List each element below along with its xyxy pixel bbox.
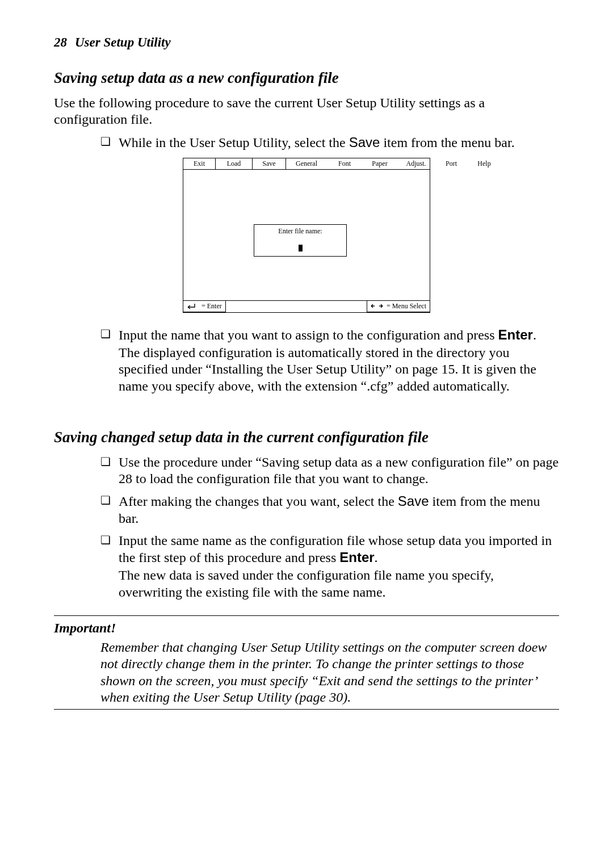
s2-step3-post: . [375, 550, 378, 565]
s2-step2-save: Save [398, 493, 429, 509]
section2-step-1: Use the procedure under “Saving setup da… [100, 454, 559, 488]
menu-item-save[interactable]: Save [252, 158, 286, 169]
text-cursor-icon[interactable] [299, 245, 303, 251]
menu-item-font[interactable]: Font [327, 158, 362, 169]
s2-step2-pre: After making the changes that you want, … [119, 494, 398, 509]
section1-intro: Use the following procedure to save the … [54, 95, 559, 128]
section1-step-2: Input the name that you want to assign t… [100, 326, 559, 395]
menu-bar: Exit Load Save General Font Paper Adjust… [183, 158, 430, 170]
step1-text-post: item from the menu bar. [380, 135, 514, 150]
menu-item-load[interactable]: Load [216, 158, 252, 169]
figure-wrapper: Exit Load Save General Font Paper Adjust… [54, 158, 559, 313]
section2-step-2: After making the changes that you want, … [100, 493, 559, 527]
s2-step3-pre: Input the same name as the configuration… [119, 533, 552, 565]
important-block: Important! Remember that changing User S… [54, 615, 559, 710]
step2-follow: The displayed configuration is automatic… [119, 345, 559, 395]
section-heading-save-current: Saving changed setup data in the current… [54, 429, 559, 446]
menu-item-general[interactable]: General [286, 158, 327, 169]
s2-step3-follow: The new data is saved under the configur… [119, 567, 559, 601]
section1-steps-b: Input the name that you want to assign t… [54, 326, 559, 395]
section1-steps: While in the User Setup Utility, select … [54, 134, 559, 151]
save-dialog: Enter file name: [254, 224, 347, 257]
s2-step3-enter: Enter [339, 550, 374, 565]
important-body: Remember that changing User Setup Utilit… [100, 639, 559, 706]
status-menu-text: = Menu Select [387, 302, 426, 311]
app-window: Exit Load Save General Font Paper Adjust… [183, 158, 430, 313]
page-number: 28 [54, 35, 67, 49]
status-menu-hint: = Menu Select [367, 301, 430, 312]
running-header: 28User Setup Utility [54, 35, 559, 50]
running-title: User Setup Utility [75, 35, 171, 49]
step2-enter-word: Enter [498, 327, 533, 342]
status-enter-text: = Enter [201, 302, 222, 311]
enter-key-icon [187, 303, 198, 309]
document-page: 28User Setup Utility Saving setup data a… [0, 0, 613, 868]
status-enter-hint: = Enter [183, 301, 226, 312]
s2-step1-text: Use the procedure under “Saving setup da… [119, 455, 559, 486]
section2-step-3: Input the same name as the configuration… [100, 532, 559, 601]
section2-steps: Use the procedure under “Saving setup da… [54, 454, 559, 601]
left-right-arrows-icon [371, 303, 383, 309]
step2-text-post: . [533, 328, 536, 342]
section-heading-save-new: Saving setup data as a new configuration… [54, 69, 559, 87]
menu-item-paper[interactable]: Paper [362, 158, 397, 169]
rule-top [54, 615, 559, 616]
menu-item-help[interactable]: Help [468, 158, 501, 169]
step1-save-word: Save [349, 135, 380, 150]
status-bar: = Enter = Menu Select [183, 300, 430, 312]
app-body: Enter file name: [183, 170, 430, 300]
important-label: Important! [54, 620, 559, 636]
section1-step-1: While in the User Setup Utility, select … [100, 134, 559, 151]
menu-item-adjust[interactable]: Adjust. [397, 158, 435, 169]
menu-item-exit[interactable]: Exit [183, 158, 216, 169]
dialog-label: Enter file name: [258, 227, 343, 236]
menu-item-port[interactable]: Port [435, 158, 468, 169]
step2-text-pre: Input the name that you want to assign t… [119, 328, 498, 342]
rule-bottom [54, 709, 559, 710]
step1-text-pre: While in the User Setup Utility, select … [119, 135, 349, 150]
